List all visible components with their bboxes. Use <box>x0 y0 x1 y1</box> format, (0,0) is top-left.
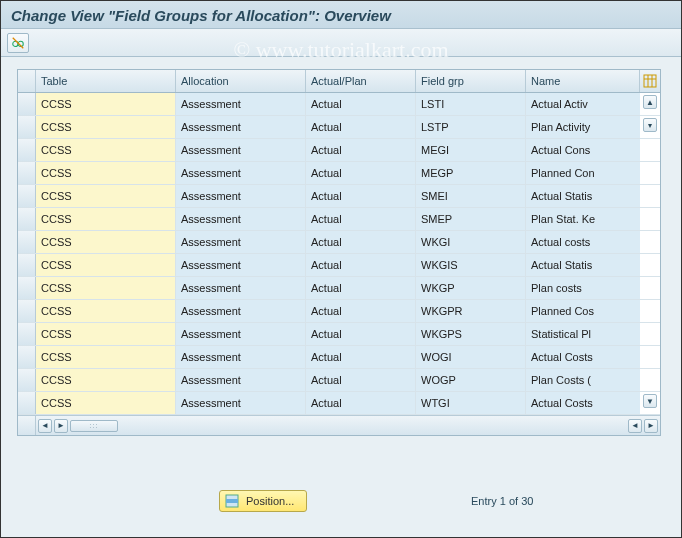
cell-table[interactable]: CCSS <box>36 116 176 138</box>
cell-field-grp[interactable]: SMEI <box>416 185 526 207</box>
col-header-name[interactable]: Name <box>526 70 640 92</box>
cell-allocation[interactable]: Assessment <box>176 277 306 299</box>
cell-actual-plan[interactable]: Actual <box>306 208 416 230</box>
row-selector[interactable] <box>18 346 36 368</box>
cell-field-grp[interactable]: WKGPS <box>416 323 526 345</box>
cell-actual-plan[interactable]: Actual <box>306 254 416 276</box>
cell-name[interactable]: Planned Cos <box>526 300 640 322</box>
cell-table[interactable]: CCSS <box>36 185 176 207</box>
row-selector[interactable] <box>18 116 36 138</box>
col-header-actual-plan[interactable]: Actual/Plan <box>306 70 416 92</box>
cell-actual-plan[interactable]: Actual <box>306 162 416 184</box>
cell-actual-plan[interactable]: Actual <box>306 277 416 299</box>
cell-table[interactable]: CCSS <box>36 254 176 276</box>
cell-allocation[interactable]: Assessment <box>176 231 306 253</box>
cell-field-grp[interactable]: MEGI <box>416 139 526 161</box>
hscroll-left-button[interactable]: ◄ <box>38 419 52 433</box>
cell-allocation[interactable]: Assessment <box>176 254 306 276</box>
cell-name[interactable]: Actual Statis <box>526 254 640 276</box>
cell-name[interactable]: Actual costs <box>526 231 640 253</box>
col-header-table[interactable]: Table <box>36 70 176 92</box>
cell-allocation[interactable]: Assessment <box>176 369 306 391</box>
row-selector[interactable] <box>18 139 36 161</box>
cell-name[interactable]: Actual Statis <box>526 185 640 207</box>
row-selector[interactable] <box>18 185 36 207</box>
cell-allocation[interactable]: Assessment <box>176 116 306 138</box>
cell-allocation[interactable]: Assessment <box>176 392 306 414</box>
cell-table[interactable]: CCSS <box>36 392 176 414</box>
cell-name[interactable]: Plan costs <box>526 277 640 299</box>
row-selector[interactable] <box>18 392 36 414</box>
row-selector[interactable] <box>18 93 36 115</box>
cell-field-grp[interactable]: WKGIS <box>416 254 526 276</box>
row-selector[interactable] <box>18 369 36 391</box>
cell-actual-plan[interactable]: Actual <box>306 346 416 368</box>
hscroll-thumb[interactable]: ::: <box>70 420 118 432</box>
cell-name[interactable]: Actual Costs <box>526 346 640 368</box>
cell-table[interactable]: CCSS <box>36 346 176 368</box>
cell-name[interactable]: Actual Costs <box>526 392 640 414</box>
cell-table[interactable]: CCSS <box>36 300 176 322</box>
row-selector[interactable] <box>18 277 36 299</box>
cell-actual-plan[interactable]: Actual <box>306 323 416 345</box>
cell-table[interactable]: CCSS <box>36 93 176 115</box>
cell-name[interactable]: Planned Con <box>526 162 640 184</box>
cell-allocation[interactable]: Assessment <box>176 139 306 161</box>
cell-field-grp[interactable]: WKGPR <box>416 300 526 322</box>
cell-allocation[interactable]: Assessment <box>176 300 306 322</box>
cell-field-grp[interactable]: WTGI <box>416 392 526 414</box>
cell-actual-plan[interactable]: Actual <box>306 185 416 207</box>
cell-name[interactable]: Actual Activ <box>526 93 640 115</box>
cell-field-grp[interactable]: MEGP <box>416 162 526 184</box>
hscroll-right-button-2[interactable]: ► <box>644 419 658 433</box>
cell-allocation[interactable]: Assessment <box>176 93 306 115</box>
cell-allocation[interactable]: Assessment <box>176 323 306 345</box>
cell-table[interactable]: CCSS <box>36 162 176 184</box>
cell-name[interactable]: Actual Cons <box>526 139 640 161</box>
cell-field-grp[interactable]: WKGP <box>416 277 526 299</box>
cell-field-grp[interactable]: WOGP <box>416 369 526 391</box>
toggle-change-button[interactable] <box>7 33 29 53</box>
select-all-header[interactable] <box>18 70 36 92</box>
row-selector[interactable] <box>18 254 36 276</box>
cell-actual-plan[interactable]: Actual <box>306 300 416 322</box>
cell-table[interactable]: CCSS <box>36 139 176 161</box>
cell-field-grp[interactable]: WOGI <box>416 346 526 368</box>
cell-actual-plan[interactable]: Actual <box>306 93 416 115</box>
cell-field-grp[interactable]: LSTI <box>416 93 526 115</box>
cell-actual-plan[interactable]: Actual <box>306 369 416 391</box>
cell-field-grp[interactable]: WKGI <box>416 231 526 253</box>
row-selector[interactable] <box>18 323 36 345</box>
cell-name[interactable]: Plan Costs ( <box>526 369 640 391</box>
hscroll-left-button-2[interactable]: ◄ <box>628 419 642 433</box>
vscroll-up-button[interactable]: ▲ <box>643 95 657 109</box>
cell-table[interactable]: CCSS <box>36 323 176 345</box>
cell-field-grp[interactable]: LSTP <box>416 116 526 138</box>
cell-actual-plan[interactable]: Actual <box>306 139 416 161</box>
row-selector[interactable] <box>18 231 36 253</box>
cell-actual-plan[interactable]: Actual <box>306 231 416 253</box>
col-header-allocation[interactable]: Allocation <box>176 70 306 92</box>
col-header-field-grp[interactable]: Field grp <box>416 70 526 92</box>
cell-name[interactable]: Statistical Pl <box>526 323 640 345</box>
cell-actual-plan[interactable]: Actual <box>306 392 416 414</box>
cell-allocation[interactable]: Assessment <box>176 208 306 230</box>
cell-allocation[interactable]: Assessment <box>176 346 306 368</box>
row-selector[interactable] <box>18 162 36 184</box>
cell-actual-plan[interactable]: Actual <box>306 116 416 138</box>
cell-table[interactable]: CCSS <box>36 369 176 391</box>
hscroll-right-button[interactable]: ► <box>54 419 68 433</box>
configure-columns-button[interactable] <box>640 70 660 92</box>
cell-allocation[interactable]: Assessment <box>176 162 306 184</box>
position-button[interactable]: Position... <box>219 490 307 512</box>
vscroll-thumb-top[interactable]: ▾ <box>643 118 657 132</box>
cell-table[interactable]: CCSS <box>36 208 176 230</box>
row-selector[interactable] <box>18 300 36 322</box>
cell-table[interactable]: CCSS <box>36 277 176 299</box>
cell-table[interactable]: CCSS <box>36 231 176 253</box>
row-selector[interactable] <box>18 208 36 230</box>
cell-name[interactable]: Plan Activity <box>526 116 640 138</box>
cell-allocation[interactable]: Assessment <box>176 185 306 207</box>
vscroll-down-button[interactable]: ▼ <box>643 394 657 408</box>
cell-name[interactable]: Plan Stat. Ke <box>526 208 640 230</box>
